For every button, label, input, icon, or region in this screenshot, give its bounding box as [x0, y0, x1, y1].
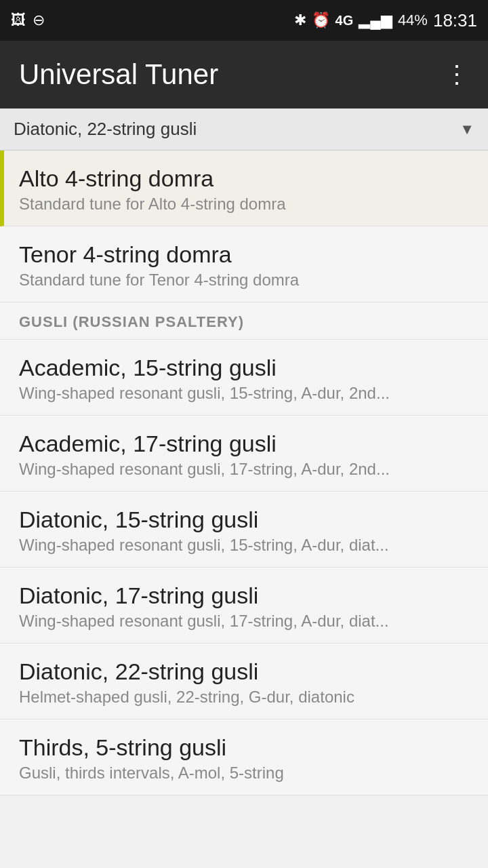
app-toolbar: Universal Tuner ⋮ — [0, 41, 488, 108]
list-item[interactable]: Diatonic, 15-string gusli Wing-shaped re… — [0, 492, 488, 568]
minus-circle-icon: ⊖ — [33, 12, 45, 29]
item-subtitle: Standard tune for Alto 4-string domra — [19, 195, 469, 214]
item-subtitle: Helmet-shaped gusli, 22-string, G-dur, d… — [19, 688, 469, 707]
item-title: Diatonic, 17-string gusli — [19, 583, 469, 609]
item-subtitle: Wing-shaped resonant gusli, 15-string, A… — [19, 384, 469, 403]
overflow-menu-icon[interactable]: ⋮ — [445, 62, 469, 87]
item-subtitle: Wing-shaped resonant gusli, 15-string, A… — [19, 536, 469, 555]
list-item[interactable]: Academic, 17-string gusli Wing-shaped re… — [0, 416, 488, 492]
network-type: 4G — [336, 13, 354, 28]
status-bar: 🖼 ⊖ ✱ ⏰ 4G ▂▄▆ 44% 18:31 — [0, 0, 488, 41]
section-header-text: GUSLI (RUSSIAN PSALTERY) — [19, 313, 244, 330]
item-title: Academic, 15-string gusli — [19, 355, 469, 381]
item-subtitle: Standard tune for Tenor 4-string domra — [19, 271, 469, 290]
app-title: Universal Tuner — [19, 58, 218, 91]
bluetooth-icon: ✱ — [294, 12, 306, 29]
item-subtitle: Wing-shaped resonant gusli, 17-string, A… — [19, 460, 469, 479]
status-bar-right-icons: ✱ ⏰ 4G ▂▄▆ 44% 18:31 — [294, 10, 477, 31]
list-item[interactable]: Tenor 4-string domra Standard tune for T… — [0, 226, 488, 302]
item-subtitle: Gusli, thirds intervals, A-mol, 5-string — [19, 764, 469, 783]
instrument-dropdown[interactable]: Diatonic, 22-string gusli ▼ — [0, 108, 488, 151]
dropdown-selected-label: Diatonic, 22-string gusli — [14, 119, 197, 140]
signal-bars-icon: ▂▄▆ — [359, 12, 392, 29]
item-title: Academic, 17-string gusli — [19, 431, 469, 457]
list-item[interactable]: Alto 4-string domra Standard tune for Al… — [0, 151, 488, 226]
item-subtitle: Wing-shaped resonant gusli, 17-string, A… — [19, 612, 469, 631]
item-title: Diatonic, 15-string gusli — [19, 507, 469, 533]
status-bar-left-icons: 🖼 ⊖ — [11, 12, 45, 29]
item-title: Tenor 4-string domra — [19, 241, 469, 268]
image-icon: 🖼 — [11, 12, 26, 29]
list-item[interactable]: Thirds, 5-string gusli Gusli, thirds int… — [0, 719, 488, 795]
list-item[interactable]: Academic, 15-string gusli Wing-shaped re… — [0, 340, 488, 416]
item-title: Alto 4-string domra — [19, 165, 469, 192]
section-header-gusli: GUSLI (RUSSIAN PSALTERY) — [0, 302, 488, 340]
alarm-icon: ⏰ — [312, 12, 330, 29]
item-title: Diatonic, 22-string gusli — [19, 658, 469, 685]
chevron-down-icon: ▼ — [460, 121, 474, 138]
item-title: Thirds, 5-string gusli — [19, 734, 469, 761]
instrument-list: Alto 4-string domra Standard tune for Al… — [0, 151, 488, 795]
battery-level: 44% — [398, 12, 428, 29]
status-time: 18:31 — [433, 10, 477, 31]
list-item[interactable]: Diatonic, 22-string gusli Helmet-shaped … — [0, 644, 488, 719]
list-item[interactable]: Diatonic, 17-string gusli Wing-shaped re… — [0, 568, 488, 644]
